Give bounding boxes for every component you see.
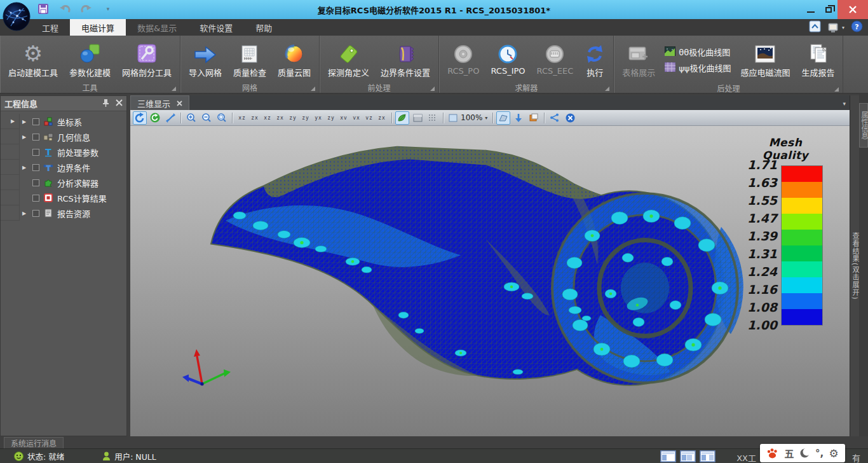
checkbox[interactable] bbox=[32, 179, 39, 186]
restore-icon bbox=[825, 7, 832, 13]
checkbox[interactable] bbox=[32, 118, 39, 125]
tree-item-report-resources[interactable]: ▶ 报告资源 bbox=[1, 205, 126, 221]
psi-polarization-curve-button[interactable]: ψψ极化曲线图 bbox=[665, 62, 731, 74]
legend-value-label: 1.55 bbox=[747, 195, 777, 207]
ime-punct-label[interactable]: °, bbox=[815, 448, 824, 459]
tree-item-coordinate-system[interactable]: ▶▶ 坐标系 bbox=[1, 114, 126, 129]
wireframe-grid-button[interactable] bbox=[426, 111, 440, 125]
tree-item-preprocess-params[interactable]: T 前处理参数 bbox=[1, 144, 126, 160]
rcs-eec-button[interactable]: RCS_EEC bbox=[531, 37, 580, 76]
layout-left-button[interactable] bbox=[660, 450, 676, 462]
ime-moon-icon[interactable] bbox=[799, 448, 810, 459]
dialog-launcher-icon[interactable] bbox=[172, 86, 176, 91]
tag-icon bbox=[338, 39, 360, 64]
view-orientation-button[interactable]: zx bbox=[376, 111, 388, 124]
zoom-out-button[interactable] bbox=[200, 111, 214, 125]
shaded-mode-button[interactable] bbox=[395, 111, 409, 125]
ime-toolbar[interactable]: 五 °, ⚙ bbox=[760, 444, 845, 462]
layout-center-button[interactable] bbox=[680, 450, 696, 462]
probe-angle-define-button[interactable]: 探测角定义 bbox=[322, 37, 375, 78]
share-button[interactable] bbox=[548, 111, 562, 125]
window-style-button[interactable]: ▾ bbox=[827, 22, 844, 34]
import-mesh-button[interactable]: 导入网格 bbox=[183, 37, 227, 78]
table-display-button[interactable]: 表格展示 bbox=[616, 37, 661, 78]
launch-modeling-tool-button[interactable]: ⚙ 启动建模工具 bbox=[3, 37, 64, 78]
tab-data-display[interactable]: 数据&显示 bbox=[126, 19, 188, 36]
dialog-launcher-icon[interactable] bbox=[834, 87, 839, 92]
tab-3d-display[interactable]: 三维显示 bbox=[130, 95, 189, 110]
tab-engineering[interactable]: 工程 bbox=[31, 19, 70, 36]
plane-mode-button[interactable] bbox=[410, 111, 424, 125]
tab-close-icon[interactable] bbox=[177, 100, 182, 106]
panel-close-icon[interactable] bbox=[116, 99, 123, 108]
zoom-in-button[interactable] bbox=[184, 111, 198, 125]
checkbox[interactable] bbox=[32, 149, 39, 156]
fit-view-button[interactable] bbox=[163, 111, 177, 125]
legend-value-label: 1.39 bbox=[747, 230, 777, 242]
dialog-launcher-icon[interactable] bbox=[430, 86, 435, 91]
checkbox[interactable] bbox=[32, 195, 39, 202]
rcs-ipo-button[interactable]: RCS_IPO bbox=[485, 37, 531, 76]
layout-right-button[interactable] bbox=[700, 450, 715, 462]
arrow-down-button[interactable] bbox=[512, 111, 526, 125]
perspective-button[interactable] bbox=[496, 111, 510, 125]
tree-item-analysis-solver[interactable]: 分析求解器 bbox=[1, 175, 126, 190]
collapse-ribbon-button[interactable] bbox=[809, 20, 821, 35]
layers-button[interactable] bbox=[527, 111, 541, 125]
checkbox[interactable] bbox=[32, 210, 39, 217]
ime-paw-icon[interactable] bbox=[766, 448, 779, 459]
view-orientation-button[interactable]: zy bbox=[287, 111, 299, 124]
app-logo[interactable] bbox=[2, 2, 31, 31]
restore-button[interactable] bbox=[820, 0, 837, 19]
view-orientation-button[interactable]: yx bbox=[312, 111, 325, 124]
quality-check-button[interactable]: 质量检查 bbox=[227, 37, 272, 78]
parametric-modeling-button[interactable]: 参数化建模 bbox=[64, 37, 116, 78]
view-orientation-button[interactable]: xz bbox=[261, 111, 274, 124]
zoom-window-button[interactable] bbox=[215, 111, 229, 125]
system-message-tab[interactable]: 系统运行消息 bbox=[4, 437, 64, 448]
tree-item-rcs-results[interactable]: RCS计算结果 bbox=[1, 190, 126, 205]
zoom-level-control[interactable]: 100% ▾ bbox=[447, 113, 489, 122]
property-info-tab[interactable]: 属性信息 bbox=[859, 103, 868, 148]
quality-cloud-map-button[interactable]: 质量云图 bbox=[272, 37, 316, 78]
close-view-button[interactable] bbox=[563, 111, 577, 125]
run-arrows-icon bbox=[585, 39, 605, 64]
view-orientation-button[interactable]: vx bbox=[350, 111, 363, 124]
close-button[interactable] bbox=[837, 0, 868, 19]
tab-settings[interactable]: 软件设置 bbox=[188, 19, 244, 36]
theta-polarization-curve-button[interactable]: θθ极化曲线图 bbox=[665, 46, 731, 58]
ime-settings-gear-icon[interactable]: ⚙ bbox=[829, 447, 839, 460]
induced-current-map-button[interactable]: 感应电磁流图 bbox=[735, 37, 796, 78]
chart-green-icon bbox=[665, 46, 675, 58]
checkbox[interactable] bbox=[32, 134, 39, 141]
minimize-button[interactable] bbox=[802, 0, 820, 19]
view-orientation-button[interactable]: zx bbox=[274, 111, 287, 124]
checkbox[interactable] bbox=[32, 164, 39, 171]
dialog-launcher-icon[interactable] bbox=[311, 86, 315, 91]
results-collapsed-panel[interactable]: 查看结果(双击展开) bbox=[850, 95, 859, 436]
view-orientation-button[interactable]: xv bbox=[337, 111, 350, 124]
view-orientation-button[interactable]: zx bbox=[248, 111, 261, 124]
view-orientation-button[interactable]: vz bbox=[363, 111, 376, 124]
pin-icon[interactable] bbox=[102, 99, 109, 109]
rotate-view-button[interactable] bbox=[133, 111, 147, 125]
tree-item-geometry-info[interactable]: ▶ 几何信息 bbox=[1, 129, 126, 144]
execute-button[interactable]: 执行 bbox=[579, 37, 611, 78]
dialog-launcher-icon[interactable] bbox=[605, 86, 609, 91]
help-button[interactable]: ? bbox=[851, 20, 863, 35]
boundary-condition-button[interactable]: 边界条件设置 bbox=[375, 37, 436, 78]
mesh-partition-tool-button[interactable]: 网格剖分工具 bbox=[116, 37, 177, 78]
refresh-view-button[interactable] bbox=[148, 111, 162, 125]
tree-item-boundary-conditions[interactable]: ▶ 边界条件 bbox=[1, 160, 126, 175]
rcs-po-button[interactable]: RCS_PO bbox=[442, 37, 485, 76]
photo-icon bbox=[754, 39, 776, 64]
tab-help[interactable]: 帮助 bbox=[244, 19, 283, 36]
ime-mode-char[interactable]: 五 bbox=[784, 446, 794, 460]
view-orientation-button[interactable]: zy bbox=[299, 111, 312, 124]
generate-report-button[interactable]: 生成报告 bbox=[796, 37, 840, 78]
tab-overflow-icon[interactable]: ▾ bbox=[843, 100, 846, 107]
tab-em-compute[interactable]: 电磁计算 bbox=[70, 19, 126, 36]
viewport-3d[interactable]: Mesh Quality 1.711.631.551.471.391.311.2… bbox=[130, 126, 850, 436]
view-orientation-button[interactable]: xz bbox=[236, 111, 248, 124]
view-orientation-button[interactable]: zy bbox=[325, 111, 337, 124]
